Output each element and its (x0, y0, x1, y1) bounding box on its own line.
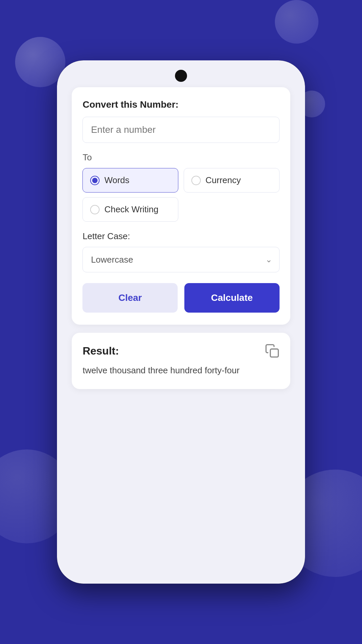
convert-label: Convert this Number: (82, 99, 279, 110)
result-text: twelve thousand three hundred forty-four (82, 364, 279, 377)
radio-grid: Words Currency (82, 168, 279, 193)
radio-check-writing-label: Check Writing (104, 204, 158, 215)
radio-circle-currency (191, 176, 201, 185)
result-label: Result: (82, 345, 279, 357)
radio-circle-words (90, 176, 100, 185)
screen: Convert this Number: To Words Currency C… (57, 60, 305, 584)
result-card: Result: twelve thousand three hundred fo… (72, 333, 290, 389)
svg-rect-0 (270, 349, 278, 357)
copy-icon[interactable] (265, 343, 280, 358)
letter-case-label: Letter Case: (82, 231, 279, 241)
radio-words-label: Words (104, 175, 129, 185)
camera-notch (175, 70, 187, 82)
radio-circle-check-writing (90, 205, 100, 214)
to-label: To (82, 152, 279, 163)
letter-case-select[interactable]: Lowercase Uppercase Title Case (82, 247, 279, 272)
select-wrapper: Lowercase Uppercase Title Case ⌄ (82, 247, 279, 272)
calculate-button[interactable]: Calculate (184, 283, 280, 313)
bg-sphere-2 (275, 0, 318, 44)
clear-button[interactable]: Clear (82, 283, 178, 313)
button-row: Clear Calculate (82, 283, 279, 313)
number-input[interactable] (82, 117, 279, 143)
phone-frame: Convert this Number: To Words Currency C… (57, 60, 305, 584)
radio-words[interactable]: Words (82, 168, 178, 193)
radio-currency-label: Currency (205, 175, 241, 185)
main-card: Convert this Number: To Words Currency C… (72, 87, 290, 325)
radio-check-writing[interactable]: Check Writing (82, 197, 178, 222)
radio-currency[interactable]: Currency (184, 168, 280, 193)
